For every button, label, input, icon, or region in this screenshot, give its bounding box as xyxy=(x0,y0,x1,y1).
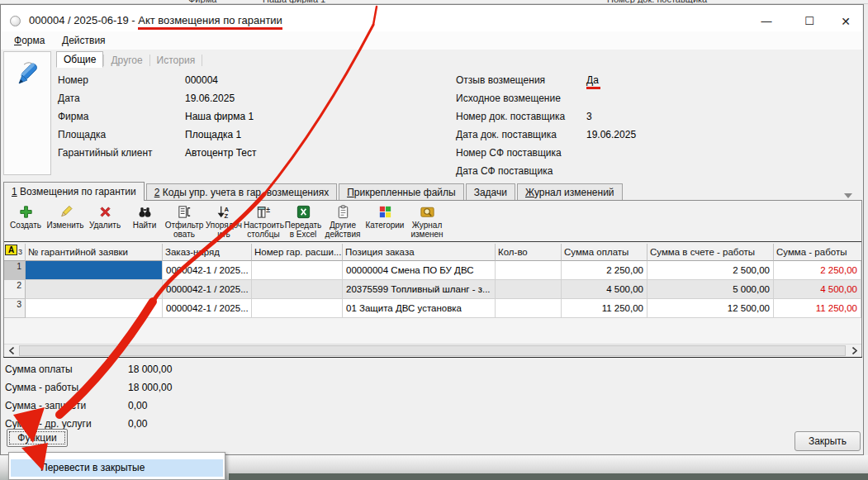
minimize-button[interactable]: — xyxy=(751,12,782,31)
clipboard-icon xyxy=(335,204,351,220)
field-label-garantiyny-klient: Гарантийный клиент xyxy=(58,147,153,159)
field-value-nomer-dok[interactable]: 3 xyxy=(586,111,592,122)
functions-button[interactable]: Функции xyxy=(7,429,68,447)
tab-drugoe[interactable]: Другое xyxy=(104,53,149,68)
table-cell[interactable]: 2 250,00 xyxy=(774,261,861,280)
form-tabs: Общие Другое История xyxy=(56,52,202,68)
menu-forma[interactable]: Форма xyxy=(11,34,48,47)
field-label-data-dok: Дата док. поставщика xyxy=(456,129,557,140)
field-value-data-dok[interactable]: 19.06.2025 xyxy=(586,129,636,140)
row-number[interactable]: 3 xyxy=(4,299,26,318)
filter-icon xyxy=(177,204,192,220)
table-cell-selected[interactable] xyxy=(26,261,163,280)
background-app-edge xyxy=(229,473,868,480)
tab-zadachi[interactable]: Задачи xyxy=(466,183,515,201)
table-cell[interactable] xyxy=(496,280,562,299)
window-title: 000004 / 2025-06-19 - Акт возмещения по … xyxy=(29,14,282,26)
scroll-right-arrow-icon[interactable] xyxy=(847,345,861,357)
scroll-left-arrow-icon[interactable] xyxy=(4,345,18,357)
col-header-works[interactable]: Сумма - работы xyxy=(774,244,861,261)
create-button[interactable]: Создать xyxy=(6,203,45,230)
col-header-position[interactable]: Позиция заказа xyxy=(343,244,496,261)
other-actions-button[interactable]: Другиедействия xyxy=(323,203,363,239)
field-value-firma[interactable]: Наша фирма 1 xyxy=(185,111,254,122)
menu-item-perevesti-v-zakrytye[interactable]: Перевести в закрытые xyxy=(11,459,223,477)
field-value-otzyv[interactable]: Да xyxy=(586,74,600,86)
tab-kody-upr-ucheta[interactable]: 2 Коды упр. учета в гар. возмещениях xyxy=(146,183,337,201)
table-cell[interactable]: 4 500,00 xyxy=(774,280,861,299)
summary-value-pay: 18 000,00 xyxy=(128,364,172,375)
col-header-qty[interactable]: Кол-во xyxy=(496,244,562,261)
field-value-nomer[interactable]: 000004 xyxy=(185,74,218,86)
col-header-claim[interactable]: № гарантийной заявки xyxy=(26,244,163,261)
close-button[interactable]: Закрыть xyxy=(794,431,861,451)
horizontal-scrollbar[interactable] xyxy=(4,344,861,357)
configure-columns-button[interactable]: ± Настроитьстолбцы xyxy=(244,203,283,239)
summary-value-other: 0,00 xyxy=(128,418,147,430)
summary-label-other: Сумма - др. услуги xyxy=(5,418,92,430)
field-label-nomer-sf: Номер СФ поставщика xyxy=(456,147,562,159)
table-cell[interactable]: 11 250,00 xyxy=(562,299,647,318)
application-root: Фирма Наша фирма 1 Номер док. поставщика… xyxy=(0,0,868,480)
find-button[interactable]: Найти xyxy=(125,203,164,230)
table-cell[interactable] xyxy=(496,299,562,318)
categories-button[interactable]: Категории xyxy=(363,203,407,230)
row-number[interactable]: 1 xyxy=(4,261,26,280)
table-empty-area xyxy=(4,318,861,344)
export-excel-button[interactable]: Передатьв Excel xyxy=(283,203,323,239)
table-cell[interactable] xyxy=(496,261,562,280)
table-cell[interactable]: 11 250,00 xyxy=(774,299,861,318)
table-cell[interactable]: 12 500,00 xyxy=(647,299,774,318)
table-cell[interactable] xyxy=(26,280,163,299)
tab-vozmeshcheniya[interactable]: 1 Возмещения по гарантии xyxy=(3,182,145,201)
table-corner-cell[interactable]: A 3 xyxy=(4,244,26,261)
menu-deystviya[interactable]: Действия xyxy=(59,34,109,47)
edit-mode-panel xyxy=(3,51,51,175)
functions-context-menu: Перевести в закрытые xyxy=(8,452,225,480)
field-value-data[interactable]: 19.06.2025 xyxy=(185,93,235,104)
summary-value-parts: 0,00 xyxy=(128,400,147,411)
sort-button[interactable]: AZ Упорядочить xyxy=(204,203,244,239)
maximize-button[interactable]: ☐ xyxy=(794,12,825,31)
table-cell[interactable]: 01 Защита ДВС установка xyxy=(343,299,496,318)
table-cell[interactable]: 00000004 Смена ПО БУ ДВС xyxy=(343,261,496,280)
column-presentation-badge[interactable]: A xyxy=(5,245,17,255)
field-value-garantiyny-klient[interactable]: Автоцентр Тест xyxy=(185,147,257,159)
red-x-icon xyxy=(97,204,113,220)
titlebar[interactable]: 000004 / 2025-06-19 - Акт возмещения по … xyxy=(1,5,862,31)
summary-label-pay: Сумма оплаты xyxy=(5,364,73,375)
table-cell[interactable]: 4 500,00 xyxy=(562,280,647,299)
tab-istoriya[interactable]: История xyxy=(150,53,202,68)
close-icon[interactable]: ✕ xyxy=(830,12,861,31)
table-cell[interactable]: 0000042-1 / 2025... xyxy=(163,261,252,280)
table-cell[interactable] xyxy=(252,280,343,299)
table-cell[interactable] xyxy=(252,261,343,280)
tab-zhurnal-izmeneniy[interactable]: Журнал изменений xyxy=(517,183,623,201)
table-cell[interactable]: 2 250,00 xyxy=(562,261,647,280)
field-value-ploshchadka[interactable]: Площадка 1 xyxy=(185,129,241,140)
change-log-button[interactable]: Журнализменен ... xyxy=(407,203,447,248)
scrollbar-thumb[interactable] xyxy=(19,345,846,356)
delete-button[interactable]: Удалить xyxy=(85,203,125,230)
svg-text:±: ± xyxy=(266,206,270,214)
table-cell[interactable] xyxy=(252,299,343,318)
table-cell[interactable]: 0000042-1 / 2025... xyxy=(163,280,252,299)
field-label-iskhodnoe: Исходное возмещение xyxy=(456,93,561,104)
document-status-icon xyxy=(10,16,21,26)
col-header-ext[interactable]: Номер гар. расши... xyxy=(252,244,343,261)
col-header-pay[interactable]: Сумма оплаты xyxy=(562,244,647,261)
edit-button[interactable]: Изменить xyxy=(45,203,85,230)
tab-obshchie[interactable]: Общие xyxy=(56,51,103,68)
tab-prikreplennye-fayly[interactable]: Прикрепленные файлы xyxy=(339,183,464,201)
table-cell[interactable] xyxy=(26,299,163,318)
table-cell[interactable]: 5 000,00 xyxy=(647,280,774,299)
pencil-icon xyxy=(58,204,74,220)
col-header-order[interactable]: Заказ-наряд xyxy=(163,244,252,261)
table-cell[interactable]: 0000042-1 / 2025... xyxy=(163,299,252,318)
table-cell[interactable]: 20375599 Топливный шланг - з... xyxy=(343,280,496,299)
row-number[interactable]: 2 xyxy=(4,280,26,299)
table-cell[interactable]: 2 500,00 xyxy=(647,261,774,280)
pen-icon xyxy=(12,59,44,90)
filter-button[interactable]: Отфильтровать xyxy=(164,203,204,239)
col-header-invoice-works[interactable]: Сумма в счете - работы xyxy=(647,244,774,261)
